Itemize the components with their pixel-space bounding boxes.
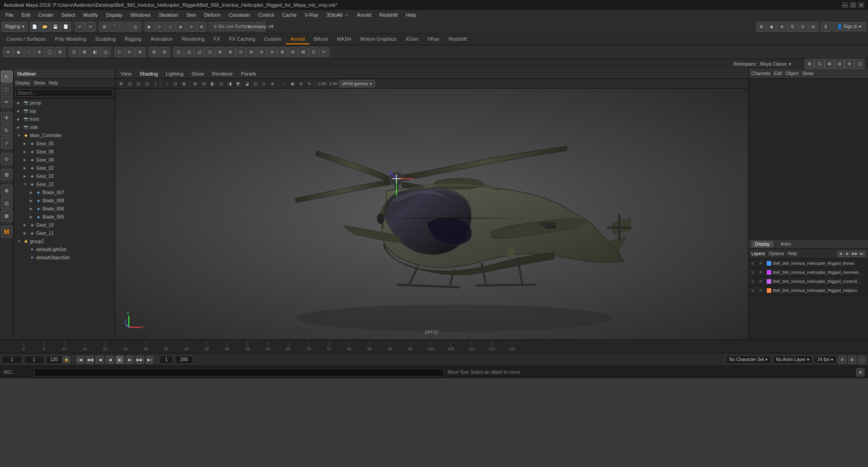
vp-btn19[interactable]: ◦ — [280, 80, 288, 88]
scale-tool[interactable]: ⤢ — [1, 137, 13, 149]
render-view-btn[interactable]: M — [1, 226, 13, 238]
rp-object[interactable]: Object — [786, 71, 799, 76]
menu-modify[interactable]: Modify — [80, 11, 101, 19]
layer-geometry-p[interactable]: P — [760, 270, 765, 275]
layer-controls-vis[interactable]: V — [751, 279, 758, 284]
outliner-item-main-controller[interactable]: ▼ ◆ Main_Controller — [14, 131, 115, 139]
sub-btn28[interactable]: ⊠ — [298, 47, 308, 57]
outliner-item-default-light-set[interactable]: ● defaultLightSet — [14, 245, 115, 253]
sub-btn19[interactable]: ◳ — [205, 47, 215, 57]
outliner-item-side[interactable]: ▶ 📷 side — [14, 123, 115, 131]
next-key-btn[interactable]: ▶ — [126, 356, 134, 364]
sub-btn23[interactable]: ⊛ — [246, 47, 256, 57]
layer-controls-p[interactable]: P — [760, 279, 765, 284]
outliner-item-front[interactable]: ▶ 📷 front — [14, 115, 115, 123]
outliner-item-blade008[interactable]: ▶ ◈ Blade_008 — [14, 196, 115, 205]
snap-point-btn[interactable]: · — [120, 22, 130, 32]
range-lock-btn[interactable]: 🔒 — [63, 356, 70, 363]
sub-btn1[interactable]: ⟳ — [3, 47, 13, 57]
prev-key-btn[interactable]: ◀ — [96, 356, 104, 364]
snap-curve-btn[interactable]: ⌒ — [110, 22, 120, 32]
render4-btn[interactable]: ◈ — [176, 22, 186, 32]
audio-btn[interactable]: ♪ — [858, 356, 866, 364]
render5-btn[interactable]: ⊙ — [186, 22, 196, 32]
render2-btn[interactable]: ▷ — [155, 22, 165, 32]
pause-btn[interactable]: ⏸ — [821, 22, 831, 32]
render6-btn[interactable]: ⊕ — [197, 22, 207, 32]
module-fx[interactable]: FX — [209, 34, 225, 44]
module-bifrost[interactable]: Bifrost — [309, 34, 332, 44]
outliner-menu-help[interactable]: Help — [49, 81, 58, 86]
menu-constrain[interactable]: Constrain — [225, 11, 254, 19]
save-as-btn[interactable]: 📑 — [61, 22, 71, 32]
layer-geometry-vis[interactable]: V — [751, 270, 758, 275]
paint-tool[interactable]: ✏ — [1, 96, 13, 108]
timeline-area[interactable]: 0 5 10 15 20 25 30 35 — [0, 339, 868, 353]
vp-btn21[interactable]: ⊛ — [297, 80, 305, 88]
mel-script-field[interactable] — [34, 368, 444, 376]
sub-btn2[interactable]: ◉ — [14, 47, 24, 57]
vp-btn3[interactable]: ◱ — [134, 80, 142, 88]
refresh-btn[interactable]: ↺ — [838, 356, 846, 364]
layer-bones-p[interactable]: P — [760, 261, 765, 266]
module-rigging[interactable]: Rigging — [120, 34, 146, 44]
sub-btn12[interactable]: ⊳ — [125, 47, 135, 57]
vp-btn10[interactable]: ⊟ — [200, 80, 208, 88]
soft-mod-tool[interactable]: ⊙ — [1, 153, 13, 165]
sub-btn20[interactable]: ⊕ — [215, 47, 225, 57]
status-settings-btn[interactable]: ⚙ — [856, 368, 864, 376]
sub-btn17[interactable]: ◱ — [184, 47, 194, 57]
sub-btn26[interactable]: ⊞ — [278, 47, 288, 57]
sub-btn5[interactable]: ◯ — [45, 47, 55, 57]
layer-tab-help[interactable]: Help — [788, 251, 797, 256]
fps-dropdown[interactable]: 24 fps ▾ — [814, 356, 836, 364]
vp-btn11[interactable]: ◧ — [208, 80, 217, 88]
snap-grid-btn[interactable]: ⊞ — [99, 22, 109, 32]
start-frame-field[interactable]: 1 — [24, 356, 44, 364]
rp-tab-display[interactable]: Display — [751, 241, 774, 248]
rotate-tool[interactable]: ↻ — [1, 124, 13, 136]
layer-helpers-p[interactable]: P — [760, 288, 765, 293]
workspace-btn5[interactable]: ⊛ — [844, 59, 854, 69]
vp-btn16[interactable]: ◰ — [251, 80, 259, 88]
vp-menu-renderer[interactable]: Renderer — [208, 70, 236, 77]
snap2-tool[interactable]: ⊡ — [1, 197, 13, 209]
vp-menu-shading[interactable]: Shading — [136, 70, 161, 77]
layer-prev-btn[interactable]: ◀ — [837, 251, 844, 257]
sub-btn15[interactable]: ⊟ — [160, 47, 170, 57]
sub-btn18[interactable]: ◲ — [194, 47, 204, 57]
minimize-btn[interactable]: — — [842, 2, 848, 8]
maximize-btn[interactable]: ☐ — [850, 2, 856, 8]
outliner-item-gear06[interactable]: ▶ ◈ Gear_06 — [14, 148, 115, 156]
menu-help[interactable]: Help — [402, 11, 420, 19]
layer-end-btn[interactable]: ▶| — [859, 251, 865, 257]
menu-windows[interactable]: Windows — [127, 11, 155, 19]
vp-menu-view[interactable]: View — [117, 70, 135, 77]
outliner-search-input[interactable] — [15, 89, 113, 97]
symmetry-btn[interactable]: Symmetry: Off — [255, 22, 265, 32]
show-manip-tool[interactable]: ⊞ — [1, 169, 13, 181]
next-frame-btn[interactable]: ▶| — [146, 356, 154, 364]
open-btn[interactable]: 📂 — [40, 22, 50, 32]
sub-btn25[interactable]: ⊝ — [267, 47, 277, 57]
vp-btn13[interactable]: ◨ — [226, 80, 234, 88]
sub-btn29[interactable]: ⊡ — [309, 47, 319, 57]
menu-redshift[interactable]: Redshift — [376, 11, 401, 19]
module-motion-graphics[interactable]: Motion Graphics — [356, 34, 401, 44]
sub-btn14[interactable]: ⊞ — [149, 47, 159, 57]
module-sculpting[interactable]: Sculpting — [91, 34, 120, 44]
workspace-btn3[interactable]: ⊠ — [825, 59, 835, 69]
outliner-item-blade005[interactable]: ▶ ◈ Blade_005 — [14, 213, 115, 221]
window-controls[interactable]: — ☐ ✕ — [842, 2, 864, 8]
anim5-btn[interactable]: ⊡ — [798, 22, 808, 32]
sub-btn24[interactable]: ⊜ — [257, 47, 267, 57]
menu-arnold[interactable]: Arnold — [354, 11, 375, 19]
outliner-item-gear10[interactable]: ▶ ◈ Gear_10 — [14, 221, 115, 229]
layer-bones-vis[interactable]: V — [751, 261, 758, 266]
menu-select[interactable]: Select — [58, 11, 79, 19]
anim3-btn[interactable]: ⊛ — [777, 22, 787, 32]
outliner-item-blade007[interactable]: ▶ ◈ Blade_007 — [14, 188, 115, 196]
sub-btn13[interactable]: ⊕ — [135, 47, 145, 57]
vp-btn6[interactable]: ↕ — [163, 80, 171, 88]
sub-btn3[interactable]: ↑ — [24, 47, 34, 57]
